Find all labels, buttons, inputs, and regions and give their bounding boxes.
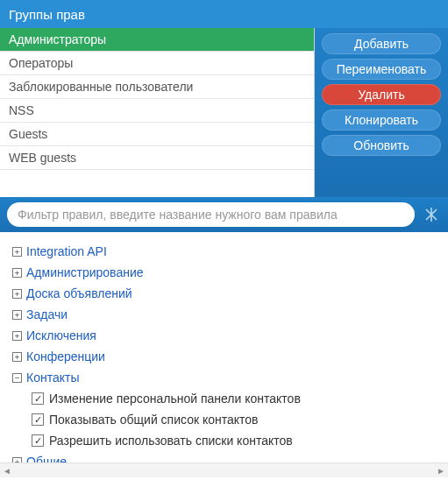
tree-leaf[interactable]: ✓Изменение персональной панели контактов xyxy=(32,388,444,409)
tree-node-label[interactable]: Конференции xyxy=(26,348,105,365)
group-item[interactable]: WEB guests xyxy=(0,146,314,170)
rules-tree: +Integration API+Администрирование+Доска… xyxy=(0,232,448,462)
expand-icon[interactable]: + xyxy=(12,289,22,299)
tree-node[interactable]: +Исключения xyxy=(12,325,444,346)
delete-button[interactable]: Удалить xyxy=(322,84,441,105)
group-item[interactable]: Guests xyxy=(0,123,314,146)
tree-node-label[interactable]: Контакты xyxy=(26,369,79,386)
panel-header: Группы прав xyxy=(0,0,448,28)
group-item[interactable]: Администраторы xyxy=(0,28,314,52)
filter-reset-icon[interactable] xyxy=(422,205,441,224)
filter-input[interactable] xyxy=(7,202,415,227)
tree-node-label[interactable]: Доска объявлений xyxy=(26,285,132,302)
expand-icon[interactable]: + xyxy=(12,352,22,362)
tree-node-label[interactable]: Integration API xyxy=(26,243,107,260)
group-item[interactable]: Операторы xyxy=(0,52,314,75)
rename-button[interactable]: Переименовать xyxy=(322,59,441,80)
top-section: АдминистраторыОператорыЗаблокированные п… xyxy=(0,28,448,197)
tree-node[interactable]: +Администрирование xyxy=(12,262,444,283)
tree-leaf[interactable]: ✓Разрешить использовать списки контактов xyxy=(32,430,444,451)
horizontal-scrollbar[interactable]: ◄ ► xyxy=(0,462,448,477)
checkbox-icon[interactable]: ✓ xyxy=(32,434,44,447)
tree-leaf-label: Показывать общий список контактов xyxy=(49,411,259,428)
tree-node-label[interactable]: Общие xyxy=(26,453,67,462)
filter-bar xyxy=(0,197,448,232)
tree-node[interactable]: +Конференции xyxy=(12,346,444,367)
group-list-column: АдминистраторыОператорыЗаблокированные п… xyxy=(0,28,315,197)
tree-node[interactable]: +Общие xyxy=(12,451,444,462)
expand-icon[interactable]: + xyxy=(12,247,22,257)
tree-leaf[interactable]: ✓Показывать общий список контактов xyxy=(32,409,444,430)
scroll-left-arrow[interactable]: ◄ xyxy=(3,466,11,476)
expand-icon[interactable]: + xyxy=(12,331,22,341)
tree-children: ✓Изменение персональной панели контактов… xyxy=(12,388,444,451)
group-list[interactable]: АдминистраторыОператорыЗаблокированные п… xyxy=(0,28,314,197)
group-item[interactable]: Заблокированные пользователи xyxy=(0,75,314,99)
tree-leaf-label: Изменение персональной панели контактов xyxy=(49,390,301,407)
tree-leaf-label: Разрешить использовать списки контактов xyxy=(49,432,293,449)
expand-icon[interactable]: + xyxy=(12,268,22,278)
add-button[interactable]: Добавить xyxy=(322,33,441,54)
clone-button[interactable]: Клонировать xyxy=(322,109,441,131)
action-button-column: Добавить Переименовать Удалить Клонирова… xyxy=(315,28,448,197)
collapse-icon[interactable]: − xyxy=(12,373,22,383)
panel-title: Группы прав xyxy=(9,7,85,22)
group-item[interactable]: NSS xyxy=(0,99,314,123)
tree-node[interactable]: +Integration API xyxy=(12,241,444,262)
tree-node-label[interactable]: Администрирование xyxy=(26,264,144,281)
tree-node[interactable]: −Контакты xyxy=(12,367,444,388)
refresh-button[interactable]: Обновить xyxy=(322,135,441,156)
rules-tree-scroll[interactable]: +Integration API+Администрирование+Доска… xyxy=(0,232,448,462)
tree-node[interactable]: +Задачи xyxy=(12,304,444,325)
expand-icon[interactable]: + xyxy=(12,457,22,463)
tree-node-label[interactable]: Задачи xyxy=(26,306,68,323)
scroll-right-arrow[interactable]: ► xyxy=(437,466,445,476)
tree-node-label[interactable]: Исключения xyxy=(26,327,96,344)
tree-node[interactable]: +Доска объявлений xyxy=(12,283,444,304)
expand-icon[interactable]: + xyxy=(12,310,22,320)
checkbox-icon[interactable]: ✓ xyxy=(32,413,44,426)
checkbox-icon[interactable]: ✓ xyxy=(32,392,44,405)
